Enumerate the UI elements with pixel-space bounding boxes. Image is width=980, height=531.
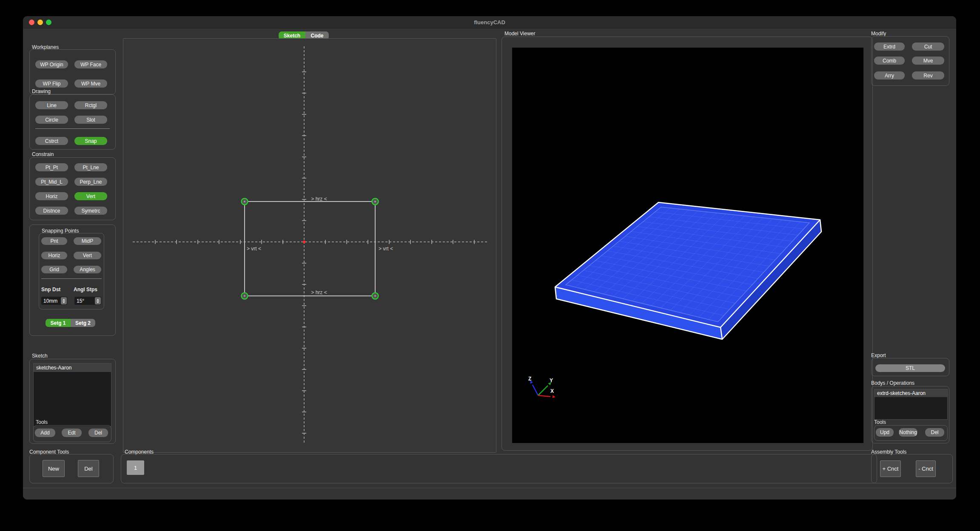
- export-label: Export: [871, 352, 886, 358]
- origin-point: [303, 241, 305, 243]
- bodys-list[interactable]: extrd-sketches-Aaron: [874, 389, 948, 420]
- hrz-constraint-label-top: > hrz <: [311, 196, 327, 202]
- snap-distance-spinbox[interactable]: 10mm: [41, 297, 67, 305]
- component-del-button[interactable]: Del: [78, 460, 99, 477]
- angle-steps-stepper[interactable]: [95, 297, 101, 304]
- add-connect-button[interactable]: + Cnct: [880, 460, 901, 477]
- sketch-label: Sketch: [32, 353, 48, 359]
- tab-setg-2[interactable]: Setg 2: [71, 319, 95, 327]
- extruded-tray-model[interactable]: [555, 202, 821, 339]
- corner-handles[interactable]: [242, 199, 379, 299]
- angle-steps-spinbox[interactable]: 15°: [74, 297, 101, 305]
- angle-steps-value: 15°: [74, 298, 95, 304]
- component-tools-group: [29, 454, 114, 483]
- mve-button[interactable]: Mve: [912, 57, 944, 65]
- remove-connect-button[interactable]: - Cnct: [916, 460, 936, 477]
- corner-handle: [242, 293, 248, 299]
- sketch-rectangle[interactable]: [245, 202, 375, 296]
- status-strip: [23, 488, 956, 500]
- cut-button[interactable]: Cut: [912, 43, 944, 51]
- perp-lne-button[interactable]: Perp_Lne: [74, 178, 107, 186]
- symetrc-button[interactable]: Symetrc: [74, 207, 107, 215]
- component-1-button[interactable]: 1: [127, 460, 144, 475]
- sketch-list[interactable]: sketches-Aaron: [33, 363, 111, 427]
- arry-button[interactable]: Arry: [874, 71, 905, 80]
- snap-button[interactable]: Snap: [74, 137, 107, 145]
- modify-label: Modify: [871, 31, 886, 37]
- axis-z-label: Z: [528, 376, 531, 382]
- extrd-button[interactable]: Extrd: [874, 43, 905, 51]
- wp-face-button[interactable]: WP Face: [74, 60, 107, 68]
- snap-grid-button[interactable]: Grid: [41, 266, 67, 273]
- nothing-button[interactable]: Nothing: [899, 428, 917, 437]
- sketch-canvas[interactable]: > hrz < > hrz < > vrt < > vrt <: [123, 38, 496, 453]
- vrt-constraint-label-right: > vrt <: [379, 246, 393, 252]
- snp-dst-label: Snp Dst: [41, 287, 60, 292]
- orientation-axes: Z Y X: [528, 376, 556, 398]
- sketch-tools-label: Tools: [36, 419, 48, 425]
- title-bar[interactable]: fluencyCAD: [23, 16, 956, 28]
- comb-button[interactable]: Comb: [874, 57, 905, 65]
- model-3d-scene: Z Y X: [512, 48, 863, 443]
- rev-button[interactable]: Rev: [912, 71, 944, 80]
- corner-handle: [242, 199, 248, 205]
- bodys-tools-label: Tools: [874, 419, 886, 425]
- wp-origin-button[interactable]: WP Origin: [35, 60, 68, 68]
- corner-handle: [372, 199, 379, 205]
- bodys-list-item[interactable]: extrd-sketches-Aaron: [875, 389, 947, 397]
- drawing-label: Drawing: [32, 88, 51, 94]
- horiz-button[interactable]: Horiz: [35, 192, 68, 200]
- distnce-button[interactable]: Distnce: [35, 207, 68, 215]
- snap-midp-button[interactable]: MidP: [74, 237, 101, 245]
- model-viewer-canvas[interactable]: Z Y X: [512, 48, 863, 443]
- workplanes-group: [29, 49, 116, 94]
- wp-flip-button[interactable]: WP Flip: [35, 80, 68, 88]
- bodys-operations-label: Bodys / Operations: [871, 380, 914, 386]
- rctgl-button[interactable]: Rctgl: [74, 101, 107, 109]
- component-new-button[interactable]: New: [43, 460, 65, 477]
- circle-button[interactable]: Circle: [35, 116, 68, 124]
- constrain-label: Constrain: [32, 151, 54, 157]
- snap-pnt-button[interactable]: Pnt: [41, 237, 67, 245]
- axis-ticks: [155, 72, 474, 433]
- pt-mid-l-button[interactable]: Pt_Mid_L: [35, 178, 68, 186]
- sketch-edt-button[interactable]: Edt: [62, 429, 82, 437]
- upd-button[interactable]: Upd: [876, 428, 894, 437]
- sketch-add-button[interactable]: Add: [35, 429, 55, 437]
- axis-y-label: Y: [550, 378, 553, 383]
- sketch-list-item[interactable]: sketches-Aaron: [34, 363, 111, 372]
- sketch-drawing: > hrz < > hrz < > vrt < > vrt <: [123, 39, 497, 453]
- snap-distance-stepper[interactable]: [61, 297, 67, 304]
- sketch-del-button[interactable]: Del: [88, 429, 108, 437]
- snap-distance-value: 10mm: [41, 298, 61, 304]
- line-button[interactable]: Line: [35, 101, 68, 109]
- tab-setg-1[interactable]: Setg 1: [46, 319, 71, 327]
- slot-button[interactable]: Slot: [74, 116, 107, 124]
- window-title: fluencyCAD: [23, 19, 956, 26]
- snap-vert-button[interactable]: Vert: [74, 252, 101, 259]
- axis-x-label: X: [550, 388, 554, 394]
- vrt-constraint-label-left: > vrt <: [247, 246, 261, 252]
- settings-tabs: Setg 1 Setg 2: [46, 319, 95, 327]
- del-body-button[interactable]: Del: [925, 428, 944, 437]
- components-group: [121, 454, 877, 483]
- snap-angles-button[interactable]: Angles: [74, 266, 101, 273]
- hrz-constraint-label-bottom: > hrz <: [311, 290, 327, 295]
- wp-mve-button[interactable]: WP Mve: [74, 80, 107, 88]
- app-window: fluencyCAD Workplanes WP Origin WP Face …: [23, 16, 956, 500]
- model-viewer-label: Model Viewer: [504, 31, 535, 37]
- drawing-separator: [35, 128, 110, 129]
- cstrct-button[interactable]: Cstrct: [35, 137, 68, 145]
- snapping-separator: [41, 278, 102, 279]
- pt-lne-button[interactable]: Pt_Lne: [74, 163, 107, 171]
- vert-button[interactable]: Vert: [74, 192, 107, 200]
- corner-handle: [372, 293, 379, 299]
- snap-horiz-button[interactable]: Horiz: [41, 252, 67, 259]
- angl-stps-label: Angl Stps: [74, 287, 97, 292]
- stl-export-button[interactable]: STL: [875, 364, 945, 372]
- pt-pt-button[interactable]: Pt_Pt: [35, 163, 68, 171]
